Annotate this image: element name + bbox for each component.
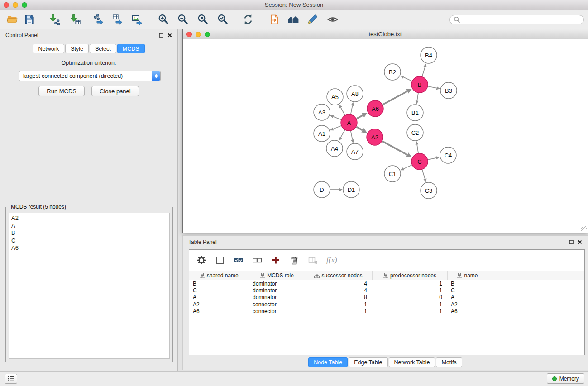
graph-edge-A6-B[interactable] bbox=[383, 89, 412, 105]
search-input[interactable] bbox=[462, 16, 580, 23]
graph-node-D[interactable]: D bbox=[314, 181, 330, 198]
mcds-result-item[interactable]: C bbox=[11, 237, 167, 245]
column-header-MCDS-role[interactable]: MCDS role bbox=[249, 271, 305, 280]
minimize-window-button[interactable] bbox=[13, 2, 18, 8]
graph-node-A[interactable]: A bbox=[341, 114, 357, 131]
mcds-result-item[interactable]: B bbox=[11, 229, 167, 237]
table-cell[interactable]: A6 bbox=[189, 308, 249, 315]
table-cell[interactable]: C bbox=[447, 287, 488, 294]
table-cell[interactable]: 4 bbox=[305, 280, 372, 287]
table-cell[interactable]: A6 bbox=[447, 308, 488, 315]
delete-column-button[interactable] bbox=[288, 254, 300, 266]
graph-edge-A-A8[interactable] bbox=[351, 102, 354, 114]
search-box[interactable] bbox=[449, 15, 584, 24]
table-row[interactable]: A2connector11A2 bbox=[189, 301, 584, 308]
add-column-button[interactable] bbox=[270, 254, 282, 266]
graph-edge-A-A4[interactable] bbox=[339, 130, 344, 141]
snapshot-button[interactable] bbox=[267, 12, 282, 27]
graph-node-C2[interactable]: C2 bbox=[407, 124, 423, 141]
close-window-button[interactable] bbox=[4, 2, 9, 8]
graph-edge-D-D1[interactable] bbox=[330, 188, 343, 191]
graph-edge-B-B4[interactable] bbox=[422, 63, 427, 76]
close-panel-icon[interactable] bbox=[167, 33, 172, 38]
mcds-result-item[interactable]: A2 bbox=[11, 214, 167, 222]
resize-grip[interactable] bbox=[581, 226, 587, 232]
import-network-button[interactable] bbox=[47, 12, 62, 27]
task-history-button[interactable] bbox=[5, 374, 17, 384]
network-close-button[interactable] bbox=[186, 32, 192, 37]
graph-edge-A-A7[interactable] bbox=[351, 131, 354, 143]
graph-edge-A-A1[interactable] bbox=[330, 126, 341, 130]
toggle-view-button[interactable] bbox=[325, 12, 340, 27]
table-cell[interactable]: 1 bbox=[372, 301, 447, 308]
table-cell[interactable]: connector bbox=[249, 301, 305, 308]
graph-edge-A2-C[interactable] bbox=[382, 141, 412, 157]
table-cell[interactable]: 1 bbox=[305, 301, 372, 308]
table-row[interactable]: Bdominator41B bbox=[189, 280, 584, 287]
float-panel-icon[interactable] bbox=[159, 33, 163, 38]
table-cell[interactable]: A2 bbox=[189, 301, 249, 308]
control-tab-select[interactable]: Select bbox=[90, 44, 116, 53]
control-tab-network[interactable]: Network bbox=[33, 44, 64, 53]
zoom-out-button[interactable] bbox=[175, 12, 191, 27]
graph-node-A5[interactable]: A5 bbox=[327, 89, 343, 105]
network-canvas[interactable]: B4B2BB3A8A5A6B1A3AC2A1A2A4A7C4CC1C3DD1 bbox=[183, 40, 588, 233]
graph-edge-A-A5[interactable] bbox=[339, 105, 345, 115]
graph-node-B[interactable]: B bbox=[411, 76, 428, 93]
table-tab-node-table[interactable]: Node Table bbox=[308, 357, 348, 367]
table-cell[interactable]: 1 bbox=[372, 308, 447, 315]
graph-edge-C-C3[interactable] bbox=[422, 170, 427, 182]
mcds-result-list[interactable]: A2ABCA6 bbox=[9, 213, 170, 359]
memory-button[interactable]: Memory bbox=[547, 373, 584, 384]
graph-edge-A-A2[interactable] bbox=[357, 127, 368, 133]
network-window-titlebar[interactable]: testGlobe.txt bbox=[183, 29, 588, 39]
save-session-button[interactable] bbox=[22, 12, 37, 27]
graph-node-A3[interactable]: A3 bbox=[314, 104, 330, 120]
network-window[interactable]: testGlobe.txt B4B2BB3A8A5A6B1A3AC2A1A2A4… bbox=[182, 29, 588, 233]
function-builder-button[interactable]: f(x) bbox=[325, 254, 338, 266]
table-cell[interactable]: 4 bbox=[305, 287, 372, 294]
table-tab-network-table[interactable]: Network Table bbox=[389, 357, 435, 367]
table-cell[interactable]: A bbox=[447, 294, 488, 301]
open-session-button[interactable] bbox=[5, 12, 20, 27]
window-titlebar[interactable]: Session: New Session bbox=[0, 0, 588, 10]
refresh-button[interactable] bbox=[240, 12, 256, 27]
criterion-dropdown[interactable]: largest connected component (directed) bbox=[19, 71, 161, 81]
table-cell[interactable]: dominator bbox=[249, 287, 305, 294]
table-row[interactable]: Cdominator41C bbox=[189, 287, 584, 294]
zoom-selected-button[interactable] bbox=[215, 12, 230, 27]
graph-edge-C-C2[interactable] bbox=[416, 141, 419, 153]
network-minimize-button[interactable] bbox=[196, 32, 201, 37]
home-button[interactable] bbox=[286, 12, 301, 27]
network-zoom-button[interactable] bbox=[205, 32, 210, 37]
show-columns-button[interactable] bbox=[214, 254, 226, 266]
table-cell[interactable]: C bbox=[189, 287, 249, 294]
graph-edge-C-C4[interactable] bbox=[428, 156, 440, 160]
table-cell[interactable]: 8 bbox=[305, 294, 372, 301]
table-settings-button[interactable] bbox=[196, 254, 207, 266]
graph-node-C4[interactable]: C4 bbox=[440, 147, 456, 163]
zoom-fit-button[interactable] bbox=[195, 12, 210, 27]
column-header-predecessor-nodes[interactable]: predecessor nodes bbox=[372, 271, 447, 280]
graph-node-A1[interactable]: A1 bbox=[314, 125, 330, 142]
column-header-successor-nodes[interactable]: successor nodes bbox=[305, 271, 372, 280]
graph-node-A4[interactable]: A4 bbox=[326, 140, 343, 157]
table-cell[interactable]: B bbox=[447, 280, 488, 287]
graph-node-B3[interactable]: B3 bbox=[440, 82, 457, 99]
mcds-result-item[interactable]: A6 bbox=[11, 244, 167, 252]
graph-node-B2[interactable]: B2 bbox=[384, 64, 401, 80]
graph-edge-B-B3[interactable] bbox=[428, 86, 440, 90]
zoom-in-button[interactable] bbox=[156, 12, 171, 27]
column-header-name[interactable]: name bbox=[447, 271, 488, 280]
table-tab-edge-table[interactable]: Edge Table bbox=[349, 357, 387, 367]
graph-edge-C-C1[interactable] bbox=[400, 165, 411, 170]
table-cell[interactable]: 1 bbox=[372, 280, 447, 287]
delete-table-button[interactable] bbox=[307, 254, 319, 266]
table-cell[interactable]: 1 bbox=[372, 287, 447, 294]
column-header-shared-name[interactable]: shared name bbox=[189, 271, 249, 280]
graph-edge-B-B2[interactable] bbox=[400, 76, 412, 81]
apply-style-button[interactable] bbox=[305, 12, 320, 27]
graph-node-A2[interactable]: A2 bbox=[367, 129, 383, 145]
run-mcds-button[interactable]: Run MCDS bbox=[38, 86, 85, 96]
export-table-button[interactable] bbox=[110, 12, 125, 27]
